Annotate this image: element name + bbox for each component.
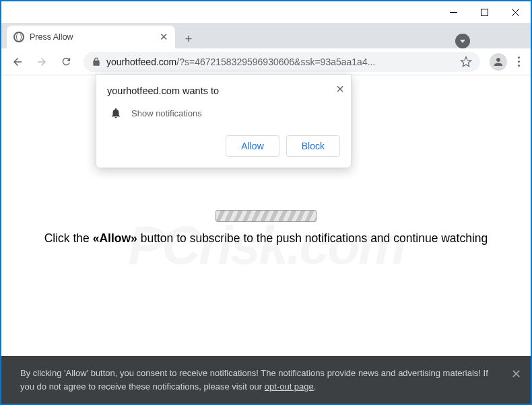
footer-text: By clicking 'Allow' button, you consent … bbox=[20, 368, 488, 392]
address-bar[interactable]: yourhotfeed.com/?s=4672158329596930606&s… bbox=[84, 52, 480, 72]
consent-footer: ✕ By clicking 'Allow' button, you consen… bbox=[1, 356, 531, 404]
browser-menu-button[interactable] bbox=[512, 57, 525, 67]
lock-icon bbox=[92, 57, 101, 67]
bell-icon bbox=[110, 107, 122, 119]
svg-rect-1 bbox=[481, 9, 488, 15]
tab-strip: Press Allow ✕ + bbox=[1, 23, 531, 48]
reload-button[interactable] bbox=[55, 51, 77, 73]
url-text: yourhotfeed.com/?s=4672158329596930606&s… bbox=[106, 57, 455, 67]
page-content: PCrisk.com × yourhotfeed.com wants to Sh… bbox=[1, 75, 531, 404]
watermark: PCrisk.com bbox=[128, 215, 404, 277]
minimize-button[interactable] bbox=[438, 1, 469, 23]
allow-button[interactable]: Allow bbox=[226, 135, 279, 157]
media-control-icon[interactable] bbox=[455, 34, 470, 48]
browser-tab[interactable]: Press Allow ✕ bbox=[7, 26, 175, 48]
page-instruction: Click the «Allow» button to subscribe to… bbox=[1, 231, 531, 246]
loading-bar bbox=[215, 210, 317, 222]
tab-title: Press Allow bbox=[30, 32, 154, 42]
block-button[interactable]: Block bbox=[286, 135, 340, 157]
window-titlebar bbox=[1, 1, 531, 23]
tab-close-icon[interactable]: ✕ bbox=[160, 31, 168, 43]
maximize-button[interactable] bbox=[469, 1, 500, 23]
browser-toolbar: yourhotfeed.com/?s=4672158329596930606&s… bbox=[1, 48, 531, 75]
dialog-close-icon[interactable]: × bbox=[336, 81, 344, 97]
new-tab-button[interactable]: + bbox=[179, 30, 198, 48]
permission-title: yourhotfeed.com wants to bbox=[107, 85, 340, 96]
notification-permission-dialog: × yourhotfeed.com wants to Show notifica… bbox=[96, 74, 352, 168]
close-window-button[interactable] bbox=[500, 1, 531, 23]
back-button[interactable] bbox=[7, 51, 28, 73]
profile-avatar[interactable] bbox=[490, 53, 507, 71]
svg-rect-0 bbox=[450, 12, 457, 13]
globe-icon bbox=[13, 32, 24, 42]
bookmark-star-icon[interactable] bbox=[460, 56, 472, 68]
permission-body: Show notifications bbox=[131, 108, 202, 118]
footer-close-icon[interactable]: ✕ bbox=[511, 365, 521, 383]
opt-out-link[interactable]: opt-out page bbox=[265, 381, 314, 392]
forward-button bbox=[31, 51, 53, 73]
